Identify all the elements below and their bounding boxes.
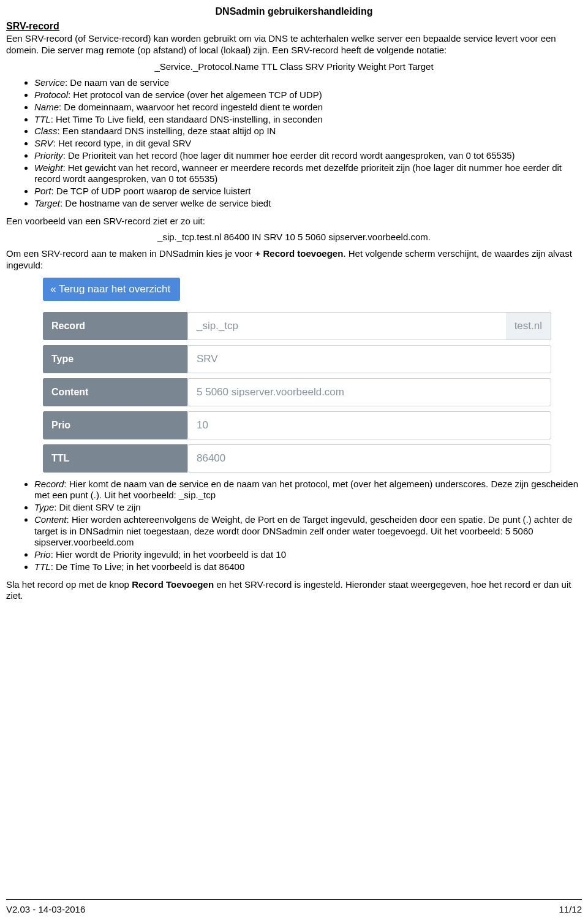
term: Content xyxy=(34,514,67,525)
list-item: Port: De TCP of UDP poort waarop de serv… xyxy=(34,186,582,197)
list-item: Name: De domeinnaam, waarvoor het record… xyxy=(34,102,582,113)
text: Sla het record op met de knop xyxy=(6,579,132,590)
form-row-record: Record _sip._tcp test.nl xyxy=(43,312,551,340)
form-row-prio: Prio 10 xyxy=(43,411,551,439)
note-text: : Hier komt de naam van de service en de… xyxy=(34,479,578,501)
def-text: : Het record type, in dit geval SRV xyxy=(53,138,192,148)
def-text: : Een standaard DNS instelling, deze sta… xyxy=(58,126,276,136)
term: TTL xyxy=(34,561,51,572)
input-content[interactable]: 5 5060 sipserver.voorbeeld.com xyxy=(187,378,551,406)
label-prio: Prio xyxy=(43,411,187,439)
notes-list: Record: Hier komt de naam van de service… xyxy=(6,479,582,573)
form-row-content: Content 5 5060 sipserver.voorbeeld.com xyxy=(43,378,551,406)
form-row-ttl: TTL 86400 xyxy=(43,444,551,473)
term: Service xyxy=(34,77,65,88)
footer-page-number: 11/12 xyxy=(559,904,582,914)
def-text: : De naam van de service xyxy=(65,77,169,88)
footer-divider xyxy=(6,899,582,900)
example-line: _sip._tcp.test.nl 86400 IN SRV 10 5 5060… xyxy=(6,232,582,243)
form-row-type: Type SRV xyxy=(43,345,551,373)
note-text: : Hier worden achtereenvolgens de Weight… xyxy=(34,514,572,548)
notation-line: _Service._Protocol.Name TTL Class SRV Pr… xyxy=(6,61,582,73)
def-text: : Het Time To Live field, een standaard … xyxy=(51,114,323,124)
list-item: Protocol: Het protocol van de service (o… xyxy=(34,89,582,101)
term: Name xyxy=(34,102,59,112)
closing-paragraph: Sla het record op met de knop Record Toe… xyxy=(6,579,582,602)
list-item: Type: Dit dient SRV te zijn xyxy=(34,502,582,514)
def-text: : De TCP of UDP poort waarop de service … xyxy=(51,186,251,196)
label-type: Type xyxy=(43,345,187,373)
label-ttl: TTL xyxy=(43,444,187,473)
example-intro: Een voorbeeld van een SRV-record ziet er… xyxy=(6,216,582,227)
term: TTL xyxy=(34,114,51,124)
label-content: Content xyxy=(43,378,187,406)
term: SRV xyxy=(34,138,53,148)
input-record-suffix: test.nl xyxy=(506,312,551,340)
term: Port xyxy=(34,186,51,196)
term: Protocol xyxy=(34,89,68,100)
term: Target xyxy=(34,198,60,208)
term: Weight xyxy=(34,162,62,173)
term: Type xyxy=(34,502,54,512)
add-record-action: + Record toevoegen xyxy=(255,248,344,259)
save-action: Record Toevoegen xyxy=(132,579,214,590)
input-record[interactable]: _sip._tcp xyxy=(187,312,506,340)
dns-form-screenshot: Terug naar het overzicht Record _sip._tc… xyxy=(43,278,551,473)
def-text: : Het protocol van de service (over het … xyxy=(68,89,322,100)
list-item: SRV: Het record type, in dit geval SRV xyxy=(34,138,582,150)
def-text: : Het gewicht van het record, wanneer er… xyxy=(34,162,562,184)
text: Om een SRV-record aan te maken in DNSadm… xyxy=(6,248,255,259)
definition-list: Service: De naam van de service Protocol… xyxy=(6,77,582,209)
list-item: Content: Hier worden achtereenvolgens de… xyxy=(34,514,582,549)
def-text: : De hostname van de server welke de ser… xyxy=(60,198,271,208)
list-item: TTL: Het Time To Live field, een standaa… xyxy=(34,114,582,126)
note-text: : De Time To Live; in het voorbeeld is d… xyxy=(51,561,245,572)
list-item: Class: Een standaard DNS instelling, dez… xyxy=(34,126,582,137)
def-text: : De Prioriteit van het record (hoe lage… xyxy=(63,150,515,161)
list-item: Priority: De Prioriteit van het record (… xyxy=(34,150,582,162)
page-footer: V2.03 - 14-03-2016 11/12 xyxy=(6,904,582,914)
back-button[interactable]: Terug naar het overzicht xyxy=(43,278,180,301)
list-item: Prio: Hier wordt de Priority ingevuld; i… xyxy=(34,549,582,561)
list-item: Record: Hier komt de naam van de service… xyxy=(34,479,582,502)
add-record-intro: Om een SRV-record aan te maken in DNSadm… xyxy=(6,248,582,272)
def-text: : De domeinnaam, waarvoor het record ing… xyxy=(59,102,323,112)
footer-version: V2.03 - 14-03-2016 xyxy=(6,904,85,914)
list-item: Weight: Het gewicht van het record, wann… xyxy=(34,162,582,186)
input-prio[interactable]: 10 xyxy=(187,411,551,439)
note-text: : Dit dient SRV te zijn xyxy=(54,502,140,512)
intro-paragraph: Een SRV-record (of Service-record) kan w… xyxy=(6,33,582,56)
doc-title: DNSadmin gebruikershandleiding xyxy=(6,6,582,17)
term: Class xyxy=(34,126,58,136)
term: Priority xyxy=(34,150,63,161)
list-item: Service: De naam van de service xyxy=(34,77,582,89)
list-item: TTL: De Time To Live; in het voorbeeld i… xyxy=(34,561,582,573)
input-type[interactable]: SRV xyxy=(187,345,551,373)
section-heading-srv: SRV-record xyxy=(6,21,582,32)
input-ttl[interactable]: 86400 xyxy=(187,444,551,473)
note-text: : Hier wordt de Priority ingevuld; in he… xyxy=(51,549,286,560)
list-item: Target: De hostname van de server welke … xyxy=(34,198,582,210)
term: Prio xyxy=(34,549,51,560)
label-record: Record xyxy=(43,312,187,340)
term: Record xyxy=(34,479,64,489)
